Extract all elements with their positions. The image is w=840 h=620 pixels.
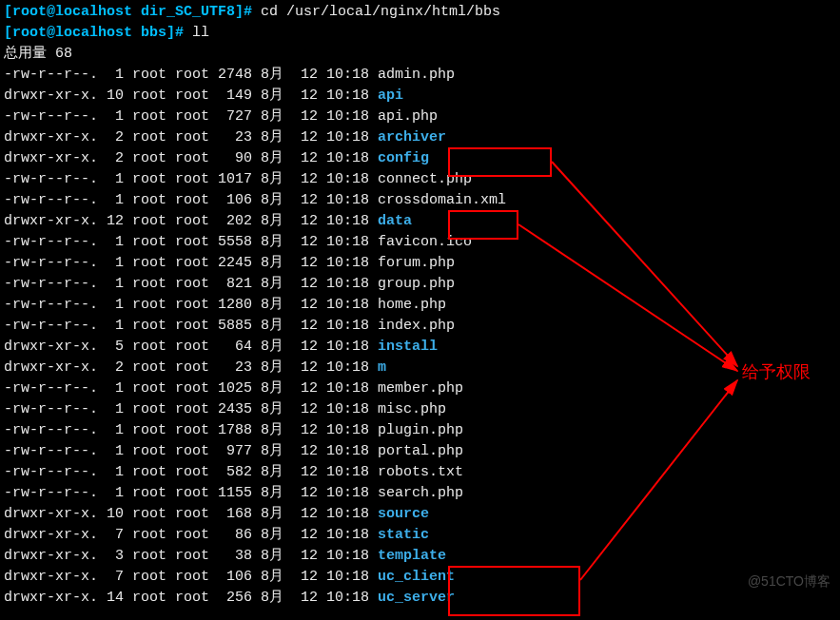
file-name: search.php xyxy=(378,485,463,501)
total-line: 总用量 68 xyxy=(4,44,836,65)
file-name: api xyxy=(378,87,403,104)
file-name: uc_client xyxy=(378,569,455,585)
file-name: archiver xyxy=(378,129,446,145)
file-row: drwxr-xr-x. 2 root root 23 8月 12 10:18 a… xyxy=(4,127,836,148)
file-row: -rw-r--r--. 1 root root 2245 8月 12 10:18… xyxy=(4,253,836,274)
file-row: drwxr-xr-x. 12 root root 202 8月 12 10:18… xyxy=(4,211,836,232)
file-row: -rw-r--r--. 1 root root 1280 8月 12 10:18… xyxy=(4,295,836,316)
file-name: group.php xyxy=(378,276,455,292)
file-row: -rw-r--r--. 1 root root 821 8月 12 10:18 … xyxy=(4,274,836,295)
file-row: -rw-r--r--. 1 root root 977 8月 12 10:18 … xyxy=(4,441,836,462)
file-name: connect.php xyxy=(378,171,472,187)
file-row: drwxr-xr-x. 14 root root 256 8月 12 10:18… xyxy=(4,588,836,609)
watermark: @51CTO博客 xyxy=(748,571,830,591)
file-name: config xyxy=(378,150,429,166)
file-row: -rw-r--r--. 1 root root 1025 8月 12 10:18… xyxy=(4,378,836,399)
file-name: plugin.php xyxy=(378,422,463,438)
file-row: -rw-r--r--. 1 root root 2435 8月 12 10:18… xyxy=(4,399,836,420)
prompt-line[interactable]: [root@localhost bbs]# ll xyxy=(4,23,836,44)
file-row: -rw-r--r--. 1 root root 5885 8月 12 10:18… xyxy=(4,316,836,337)
file-name: misc.php xyxy=(378,401,446,417)
file-name: api.php xyxy=(378,108,438,125)
file-row: -rw-r--r--. 1 root root 2748 8月 12 10:18… xyxy=(4,65,836,86)
file-row: -rw-r--r--. 1 root root 727 8月 12 10:18 … xyxy=(4,107,836,127)
file-row: drwxr-xr-x. 7 root root 106 8月 12 10:18 … xyxy=(4,567,836,588)
file-name: admin.php xyxy=(378,67,455,83)
file-row: drwxr-xr-x. 2 root root 90 8月 12 10:18 c… xyxy=(4,148,836,169)
file-row: drwxr-xr-x. 10 root root 149 8月 12 10:18… xyxy=(4,86,836,107)
file-row: -rw-r--r--. 1 root root 1017 8月 12 10:18… xyxy=(4,169,836,190)
file-name: forum.php xyxy=(378,255,455,271)
file-name: m xyxy=(378,359,386,376)
file-row: drwxr-xr-x. 7 root root 86 8月 12 10:18 s… xyxy=(4,525,836,546)
file-name: template xyxy=(378,548,446,564)
file-name: static xyxy=(378,527,429,543)
file-name: uc_server xyxy=(378,590,455,606)
file-name: source xyxy=(378,506,429,522)
file-row: -rw-r--r--. 1 root root 582 8月 12 10:18 … xyxy=(4,462,836,483)
file-name: index.php xyxy=(378,318,455,334)
file-row: drwxr-xr-x. 10 root root 168 8月 12 10:18… xyxy=(4,504,836,525)
file-row: -rw-r--r--. 1 root root 5558 8月 12 10:18… xyxy=(4,232,836,253)
file-row: drwxr-xr-x. 2 root root 23 8月 12 10:18 m xyxy=(4,358,836,378)
file-name: crossdomain.xml xyxy=(378,192,506,208)
file-name: home.php xyxy=(378,297,446,313)
file-name: robots.txt xyxy=(378,464,463,480)
file-row: -rw-r--r--. 1 root root 1788 8月 12 10:18… xyxy=(4,420,836,441)
file-name: portal.php xyxy=(378,443,463,459)
file-row: drwxr-xr-x. 5 root root 64 8月 12 10:18 i… xyxy=(4,337,836,358)
file-row: -rw-r--r--. 1 root root 106 8月 12 10:18 … xyxy=(4,190,836,211)
file-name: favicon.ico xyxy=(378,234,472,250)
file-name: data xyxy=(378,213,412,229)
prompt-line[interactable]: [root@localhost dir_SC_UTF8]# cd /usr/lo… xyxy=(4,2,836,23)
file-row: -rw-r--r--. 1 root root 1155 8月 12 10:18… xyxy=(4,483,836,504)
file-row: drwxr-xr-x. 3 root root 38 8月 12 10:18 t… xyxy=(4,546,836,567)
file-name: member.php xyxy=(378,380,463,397)
file-name: install xyxy=(378,339,438,355)
